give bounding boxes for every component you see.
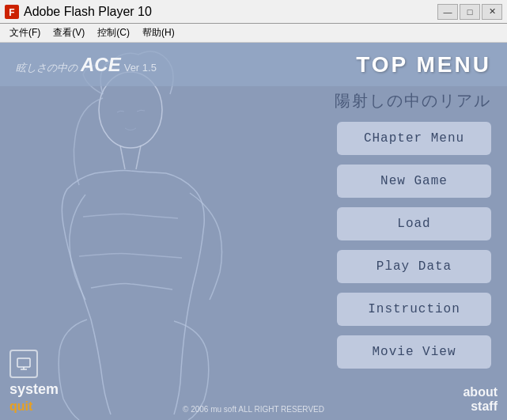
menubar: 文件(F)查看(V)控制(C)帮助(H): [0, 24, 507, 43]
top-header: 眩しさの中の ACE Ver 1.5 TOP MENU: [0, 43, 507, 86]
about-staff-section: about staff: [463, 385, 498, 414]
system-icon: [9, 350, 38, 378]
maximize-button[interactable]: □: [460, 4, 480, 20]
load-button[interactable]: Load: [337, 207, 491, 240]
new-game-button[interactable]: New Game: [337, 165, 491, 198]
close-button[interactable]: ✕: [482, 4, 502, 20]
svg-text:F: F: [9, 7, 14, 18]
minimize-button[interactable]: —: [437, 4, 458, 20]
staff-label[interactable]: staff: [471, 399, 498, 414]
top-menu-label: TOP MENU: [356, 52, 491, 78]
system-icon-svg: [16, 356, 32, 372]
system-section: system quit: [9, 350, 59, 414]
game-area: 眩しさの中の ACE Ver 1.5 TOP MENU 陽射しの中のリアル CH…: [0, 43, 507, 420]
titlebar-title: Adobe Flash Player 10: [24, 5, 152, 19]
instruction-button[interactable]: Instruction: [337, 293, 491, 326]
jp-subtitle: 陽射しの中のリアル: [335, 90, 491, 112]
copyright-text: © 2006 mu soft ALL RIGHT RESERVED: [183, 405, 324, 414]
movie-view-button[interactable]: Movie View: [337, 335, 491, 369]
play-data-button[interactable]: Play Data: [337, 250, 491, 283]
titlebar: F Adobe Flash Player 10 — □ ✕: [0, 0, 507, 24]
menu-item-文件f[interactable]: 文件(F): [3, 25, 47, 41]
chapter-menu-button[interactable]: CHapter Menu: [337, 122, 491, 155]
app-icon: F: [5, 5, 19, 19]
menu-item-查看v[interactable]: 查看(V): [47, 25, 91, 41]
quit-label[interactable]: quit: [9, 399, 32, 414]
game-tagline: 眩しさの中の: [16, 61, 78, 75]
menu-item-帮助h[interactable]: 帮助(H): [136, 25, 181, 41]
titlebar-controls: — □ ✕: [437, 4, 502, 20]
about-label[interactable]: about: [463, 385, 498, 399]
menu-buttons: CHapter MenuNew GameLoadPlay DataInstruc…: [337, 122, 491, 369]
version-text: Ver 1.5: [124, 62, 157, 74]
bottom-area: system quit © 2006 mu soft ALL RIGHT RES…: [0, 373, 507, 420]
titlebar-left: F Adobe Flash Player 10: [5, 5, 152, 19]
svg-rect-3: [17, 358, 30, 367]
menu-item-控制c[interactable]: 控制(C): [91, 25, 136, 41]
system-label[interactable]: system: [9, 381, 59, 398]
game-logo: ACE: [81, 54, 121, 76]
